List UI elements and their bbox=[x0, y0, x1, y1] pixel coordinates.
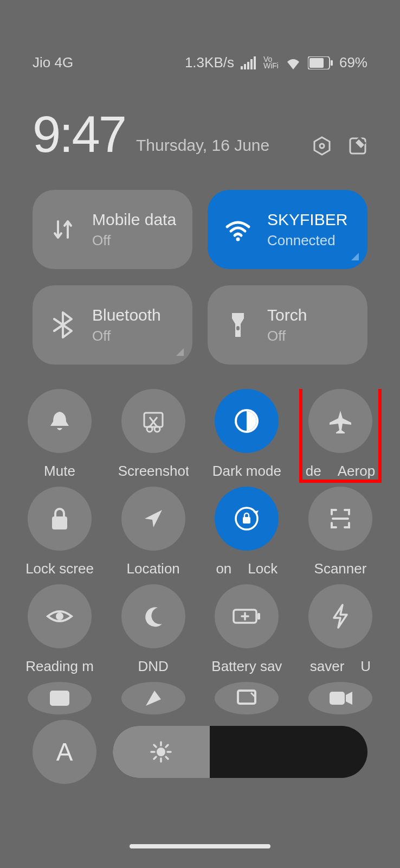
bluetooth-icon bbox=[49, 311, 77, 339]
tile-row-1: Mobile data Off SKYFIBER Connected bbox=[0, 190, 400, 269]
cast-icon bbox=[215, 682, 279, 714]
settings-icon[interactable] bbox=[312, 136, 332, 156]
scanner-toggle[interactable]: Scanner bbox=[308, 487, 373, 577]
wifi-icon bbox=[285, 56, 301, 69]
svg-rect-27 bbox=[238, 691, 255, 704]
aeroplane-label-left: de bbox=[306, 463, 321, 480]
screenshot-label: Screenshot bbox=[118, 463, 189, 480]
svg-rect-28 bbox=[330, 692, 345, 705]
wifi-sub: Connected bbox=[267, 232, 347, 249]
torch-icon bbox=[224, 311, 252, 339]
vowifi-icon: Vo WiFi bbox=[263, 56, 279, 69]
svg-line-36 bbox=[154, 757, 156, 759]
bell-icon bbox=[28, 389, 92, 453]
floating-window-toggle[interactable] bbox=[27, 682, 92, 714]
dnd-label: DND bbox=[138, 658, 168, 675]
eye-icon bbox=[28, 584, 92, 648]
reading-label: Reading m bbox=[25, 658, 94, 675]
mobile-data-tile[interactable]: Mobile data Off bbox=[33, 190, 192, 269]
location-icon bbox=[121, 487, 185, 551]
svg-point-11 bbox=[236, 238, 240, 241]
record-toggle[interactable] bbox=[308, 682, 373, 714]
svg-marker-8 bbox=[314, 137, 330, 155]
reading-mode-toggle[interactable]: Reading m bbox=[27, 584, 92, 675]
airplane-icon bbox=[308, 389, 372, 453]
svg-line-35 bbox=[166, 757, 168, 759]
aeroplane-label-right: Aerop bbox=[338, 463, 375, 480]
svg-point-16 bbox=[154, 426, 160, 432]
dark-mode-icon bbox=[215, 389, 279, 453]
svg-rect-0 bbox=[241, 66, 243, 69]
moon-icon bbox=[121, 584, 185, 648]
mute-toggle[interactable]: Mute bbox=[27, 389, 92, 480]
mi-share-toggle[interactable] bbox=[121, 682, 186, 714]
scanner-icon bbox=[308, 487, 372, 551]
lightning-icon bbox=[308, 584, 372, 648]
svg-point-9 bbox=[320, 144, 324, 148]
window-icon bbox=[28, 682, 92, 714]
panel-header: 9:47 Thursday, 16 June bbox=[0, 71, 400, 160]
mobile-data-sub: Off bbox=[92, 232, 176, 249]
orientation-label-left: on bbox=[216, 560, 231, 577]
lock-screen-label: Lock scree bbox=[25, 560, 94, 577]
aeroplane-toggle[interactable]: de Aerop bbox=[308, 389, 373, 480]
tile-row-2: Bluetooth Off Torch Off bbox=[0, 285, 400, 365]
wifi-tile-icon bbox=[224, 215, 252, 244]
bluetooth-title: Bluetooth bbox=[92, 306, 161, 324]
status-bar: Jio 4G 1.3KB/s Vo WiFi 69% bbox=[0, 0, 400, 71]
svg-rect-24 bbox=[257, 613, 260, 620]
edit-icon[interactable] bbox=[348, 136, 367, 156]
clock-time: 9:47 bbox=[33, 109, 125, 160]
svg-rect-3 bbox=[250, 59, 253, 69]
brightness-row: A bbox=[0, 720, 400, 784]
mobile-data-icon bbox=[49, 215, 77, 244]
torch-sub: Off bbox=[267, 328, 307, 344]
svg-rect-1 bbox=[244, 64, 246, 69]
svg-rect-4 bbox=[254, 56, 256, 69]
cast-toggle[interactable] bbox=[214, 682, 279, 714]
nav-home-indicator[interactable] bbox=[130, 844, 270, 848]
orientation-lock-toggle[interactable]: on Lock bbox=[214, 487, 279, 577]
bluetooth-tile[interactable]: Bluetooth Off bbox=[33, 285, 192, 365]
battery-plus-icon bbox=[215, 584, 279, 648]
scissors-icon bbox=[121, 389, 185, 453]
svg-rect-6 bbox=[309, 58, 324, 68]
bluetooth-sub: Off bbox=[92, 328, 161, 344]
ultra-label: U bbox=[360, 658, 371, 675]
location-toggle[interactable]: Location bbox=[121, 487, 186, 577]
lock-screen-toggle[interactable]: Lock scree bbox=[27, 487, 92, 577]
dark-mode-toggle[interactable]: Dark mode bbox=[214, 389, 279, 480]
dnd-toggle[interactable]: DND bbox=[121, 584, 186, 675]
signal-icon bbox=[241, 56, 257, 69]
mute-label: Mute bbox=[44, 463, 75, 480]
clock-date: Thursday, 16 June bbox=[136, 136, 301, 160]
torch-tile[interactable]: Torch Off bbox=[208, 285, 367, 365]
svg-rect-26 bbox=[51, 692, 68, 705]
svg-point-29 bbox=[157, 748, 165, 756]
brightness-fill bbox=[113, 726, 210, 778]
svg-line-34 bbox=[154, 745, 156, 747]
dark-mode-label: Dark mode bbox=[212, 463, 281, 480]
svg-rect-20 bbox=[243, 517, 250, 524]
video-icon bbox=[308, 682, 372, 714]
ultra-saver-toggle[interactable]: saver U bbox=[308, 584, 373, 675]
svg-rect-13 bbox=[236, 326, 240, 330]
lock-icon bbox=[28, 487, 92, 551]
expand-corner-icon bbox=[351, 253, 359, 260]
scanner-label: Scanner bbox=[314, 560, 367, 577]
carrier-label: Jio 4G bbox=[33, 54, 73, 71]
status-right: 1.3KB/s Vo WiFi 69% bbox=[185, 54, 367, 71]
svg-point-22 bbox=[56, 612, 63, 620]
sun-icon bbox=[149, 740, 173, 764]
wifi-title: SKYFIBER bbox=[267, 210, 347, 229]
battery-icon bbox=[308, 56, 333, 69]
screenshot-toggle[interactable]: Screenshot bbox=[121, 389, 186, 480]
battery-saver-label: Battery sav bbox=[211, 658, 282, 675]
battery-saver-toggle[interactable]: Battery sav bbox=[214, 584, 279, 675]
auto-brightness-button[interactable]: A bbox=[33, 720, 96, 784]
svg-rect-2 bbox=[247, 62, 249, 69]
network-speed: 1.3KB/s bbox=[185, 54, 234, 71]
wifi-tile[interactable]: SKYFIBER Connected bbox=[208, 190, 367, 269]
brightness-slider[interactable] bbox=[113, 726, 367, 778]
rotation-lock-icon bbox=[215, 487, 279, 551]
